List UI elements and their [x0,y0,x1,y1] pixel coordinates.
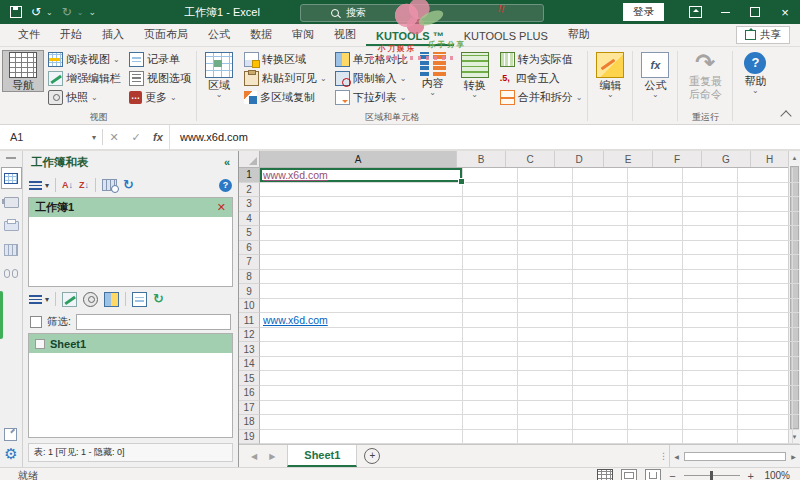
cell-F4[interactable] [683,212,738,227]
next-sheet-icon[interactable]: ▶ [269,452,275,461]
cell-H14[interactable] [793,357,799,372]
cell-link-A1[interactable]: www.x6d.com [263,169,328,181]
cell-A10[interactable] [260,299,463,314]
close-button[interactable]: × [770,0,800,24]
cell-E13[interactable] [628,342,683,357]
cell-H8[interactable] [793,270,799,285]
sort-descending-icon[interactable]: Z↓ [79,181,89,190]
cell-D5[interactable] [573,226,628,241]
cell-B8[interactable] [463,270,518,285]
cell-C12[interactable] [518,328,573,343]
cell-H16[interactable] [793,386,799,401]
undo-button[interactable]: ↺ [31,6,41,18]
cell-B16[interactable] [463,386,518,401]
to-actual-button[interactable]: 转为实际值 [498,50,585,69]
snap-button[interactable]: 快照⌄ [46,88,123,107]
column-header-G[interactable]: G [702,151,751,167]
cell-E3[interactable] [628,197,683,212]
cell-F7[interactable] [683,255,738,270]
filter-checkbox[interactable] [30,316,42,328]
scroll-left-icon[interactable]: ◀ [670,453,683,460]
collapse-ribbon-icon[interactable] [780,110,791,121]
range-button[interactable]: 区域 ⌄ [198,50,240,98]
cell-H2[interactable] [793,183,799,198]
enhanced-edit-bar-button[interactable]: 增强编辑栏 [46,69,123,88]
cell-H11[interactable] [793,313,799,328]
cell-C17[interactable] [518,401,573,416]
sign-in-button[interactable]: 登录 [623,3,664,21]
new-sheet-button[interactable]: + [357,445,387,467]
page-break-view-icon[interactable] [645,469,661,480]
page-layout-view-icon[interactable] [621,469,637,480]
cell-D4[interactable] [573,212,628,227]
tab-review[interactable]: 审阅 [282,24,324,46]
cell-B6[interactable] [463,241,518,256]
cell-F19[interactable] [683,430,738,445]
scroll-up-icon[interactable]: ▲ [789,151,800,165]
row-header-13[interactable]: 13 [239,342,260,357]
tab-view[interactable]: 视图 [324,24,366,46]
cell-H3[interactable] [793,197,799,212]
cell-A7[interactable] [260,255,463,270]
cell-B14[interactable] [463,357,518,372]
reading-view-button[interactable]: 阅读视图⌄ [46,50,123,69]
chevron-down-icon[interactable]: ▾ [45,295,49,304]
cell-E18[interactable] [628,415,683,430]
rename-sheet-icon[interactable] [62,292,77,307]
paste-to-visible-button[interactable]: 粘贴到可见⌄ [242,69,329,88]
edit-button[interactable]: 编辑 ⌄ [589,50,631,98]
merge-split-button[interactable]: 合并和拆分⌄ [498,88,585,107]
cell-B1[interactable] [463,168,518,183]
refresh-icon[interactable]: ↻ [153,293,164,305]
gear-icon[interactable]: ⚙ [4,447,17,461]
cell-B5[interactable] [463,226,518,241]
insert-function-icon[interactable]: fx [147,131,169,143]
confirm-entry-icon[interactable]: ✓ [125,131,147,144]
cell-A16[interactable] [260,386,463,401]
row-header-3[interactable]: 3 [239,197,260,212]
cell-D15[interactable] [573,371,628,386]
cell-F11[interactable] [683,313,738,328]
pane-tab-column-list-icon[interactable] [4,244,18,256]
horizontal-scroll-thumb[interactable] [684,452,786,461]
zoom-slider[interactable] [684,475,740,477]
cell-E17[interactable] [628,401,683,416]
cell-A12[interactable] [260,328,463,343]
pane-tab-name-manager-icon[interactable] [4,221,19,231]
navigation-button[interactable]: 导航 [2,50,44,92]
cell-G11[interactable] [738,313,793,328]
cell-C11[interactable] [518,313,573,328]
cell-B12[interactable] [463,328,518,343]
cell-D3[interactable] [573,197,628,212]
horizontal-scrollbar[interactable]: ◀ ▶ [669,445,800,467]
cell-C14[interactable] [518,357,573,372]
cell-D2[interactable] [573,183,628,198]
tab-kutools-plus[interactable]: KUTOOLS PLUS [454,27,558,46]
close-workbook-icon[interactable]: ✕ [217,201,226,214]
cell-B15[interactable] [463,371,518,386]
protect-sheet-icon[interactable] [104,292,119,307]
qat-customize-icon[interactable]: ⌄ [89,7,97,17]
cell-C19[interactable] [518,430,573,445]
cell-H15[interactable] [793,371,799,386]
normal-view-icon[interactable] [597,469,613,480]
cell-H13[interactable] [793,342,799,357]
cell-A8[interactable] [260,270,463,285]
tab-file[interactable]: 文件 [8,24,50,46]
cell-D8[interactable] [573,270,628,285]
cell-H10[interactable] [793,299,799,314]
cell-H5[interactable] [793,226,799,241]
cell-B2[interactable] [463,183,518,198]
chevron-down-icon[interactable]: ▾ [45,181,49,190]
content-button[interactable]: 内容 ⌄ [412,50,454,96]
sheet-list-item[interactable]: Sheet1 [29,334,232,353]
cell-C18[interactable] [518,415,573,430]
tab-page-layout[interactable]: 页面布局 [134,24,198,46]
cell-G1[interactable] [738,168,793,183]
convert-button[interactable]: 转换 ⌄ [454,50,496,98]
cell-G2[interactable] [738,183,793,198]
cell-H19[interactable] [793,430,799,445]
row-header-4[interactable]: 4 [239,212,260,227]
preview-sheet-icon[interactable] [83,292,98,307]
cell-H6[interactable] [793,241,799,256]
